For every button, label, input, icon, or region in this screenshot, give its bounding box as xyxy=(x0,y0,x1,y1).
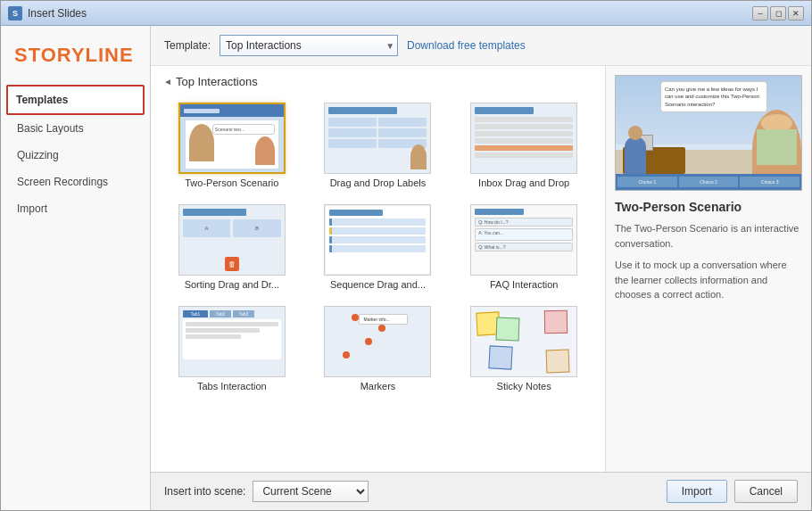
template-inbox-drag-drop[interactable]: Inbox Drag and Drop xyxy=(455,99,592,192)
template-label-sequence-drag: Sequence Drag and... xyxy=(330,279,426,290)
template-label-sticky-notes: Sticky Notes xyxy=(497,381,551,391)
template-label-drag-drop-labels: Drag and Drop Labels xyxy=(330,177,427,188)
template-thumb-tabs: Tab1 Tab2 Tab3 xyxy=(178,306,286,377)
template-label-sorting-drag: Sorting Drag and Dr... xyxy=(185,279,279,290)
titlebar-left: S Insert Slides xyxy=(8,6,87,21)
insert-into-scene-label: Insert into scene: xyxy=(164,485,245,498)
template-thumb-inbox-drag-drop xyxy=(470,103,577,174)
template-sticky-notes[interactable]: Sticky Notes xyxy=(455,302,592,395)
import-button[interactable]: Import xyxy=(667,480,727,503)
cancel-button[interactable]: Cancel xyxy=(734,480,798,503)
footer-buttons: Import Cancel xyxy=(667,480,798,503)
template-drag-drop-labels[interactable]: Drag and Drop Labels xyxy=(310,99,447,192)
template-label-inbox-drag-drop: Inbox Drag and Drop xyxy=(478,177,569,188)
main-content: STORYLINE Templates Basic Layouts Quizzi… xyxy=(1,26,811,510)
preview-description-1: The Two-Person Scenario is an interactiv… xyxy=(615,221,802,251)
content-area: ◄ Top Interactions xyxy=(151,66,811,472)
sidebar-item-basic-layouts[interactable]: Basic Layouts xyxy=(1,115,150,142)
template-label-two-person: Two-Person Scenario xyxy=(185,177,278,188)
template-label-markers: Markers xyxy=(360,381,396,391)
template-sorting-drag[interactable]: A B 🗑 Sorting Drag and Dr... xyxy=(163,201,301,293)
template-thumb-markers: Marker info... xyxy=(324,306,431,377)
minimize-button[interactable]: – xyxy=(752,6,768,21)
titlebar: S Insert Slides – ◻ ✕ xyxy=(1,1,811,26)
sidebar-item-import[interactable]: Import xyxy=(1,195,150,222)
template-thumb-sequence-drag xyxy=(324,204,431,276)
arrow-icon: ◄ xyxy=(163,77,172,87)
template-select-wrapper: Top Interactions Basic Layouts Quizzing … xyxy=(220,35,398,56)
preview-image: Can you give me a few ideas for ways I c… xyxy=(615,75,802,191)
template-thumb-sticky-notes xyxy=(470,306,577,377)
template-thumb-sorting-drag: A B 🗑 xyxy=(178,204,286,276)
preview-title: Two-Person Scenario xyxy=(615,200,802,214)
template-two-person[interactable]: Scenario text... Two-Person Scenario xyxy=(163,99,301,192)
restore-button[interactable]: ◻ xyxy=(770,6,786,21)
right-panel: Template: Top Interactions Basic Layouts… xyxy=(151,26,811,510)
scene-select[interactable]: Current Scene xyxy=(253,481,369,502)
preview-panel: Can you give me a few ideas for ways I c… xyxy=(606,66,811,472)
sidebar: STORYLINE Templates Basic Layouts Quizzi… xyxy=(1,26,151,510)
template-label: Template: xyxy=(164,39,211,52)
preview-scene: Can you give me a few ideas for ways I c… xyxy=(616,76,801,190)
template-grid-area: ◄ Top Interactions xyxy=(151,66,606,472)
sidebar-item-templates[interactable]: Templates xyxy=(6,85,145,115)
preview-bubble-text: Can you give me a few ideas for ways I c… xyxy=(660,81,767,112)
scene-select-wrapper: Current Scene xyxy=(253,481,369,502)
download-templates-link[interactable]: Download free templates xyxy=(407,39,526,52)
template-tabs[interactable]: Tab1 Tab2 Tab3 xyxy=(163,302,301,395)
footer-left: Insert into scene: Current Scene xyxy=(164,481,369,502)
insert-slides-window: S Insert Slides – ◻ ✕ STORYLINE Template… xyxy=(0,0,812,511)
toolbar: Template: Top Interactions Basic Layouts… xyxy=(151,26,811,66)
template-thumb-drag-drop-labels xyxy=(324,103,431,174)
close-button[interactable]: ✕ xyxy=(788,6,804,21)
template-label-faq: FAQ Interaction xyxy=(490,279,558,290)
app-icon: S xyxy=(8,6,22,21)
preview-description-2: Use it to mock up a conversation where t… xyxy=(615,258,802,302)
template-sequence-drag[interactable]: Sequence Drag and... xyxy=(310,201,447,293)
titlebar-controls: – ◻ ✕ xyxy=(752,6,804,21)
template-thumb-two-person: Scenario text... xyxy=(178,103,286,174)
template-grid: Scenario text... Two-Person Scenario xyxy=(160,95,596,399)
footer: Insert into scene: Current Scene Import … xyxy=(151,472,811,510)
section-title: ◄ Top Interactions xyxy=(160,75,596,88)
template-markers[interactable]: Marker info... Markers xyxy=(310,302,447,395)
app-logo: STORYLINE xyxy=(1,35,150,85)
sidebar-item-quizzing[interactable]: Quizzing xyxy=(1,142,150,169)
sidebar-item-screen-recordings[interactable]: Screen Recordings xyxy=(1,169,150,195)
template-label-tabs: Tabs Interaction xyxy=(197,381,267,391)
titlebar-title: Insert Slides xyxy=(28,7,87,20)
template-select[interactable]: Top Interactions Basic Layouts Quizzing … xyxy=(220,35,398,56)
template-thumb-faq: Q: How do I...? A: You can... Q: What is… xyxy=(470,204,577,276)
template-faq[interactable]: Q: How do I...? A: You can... Q: What is… xyxy=(455,201,592,293)
